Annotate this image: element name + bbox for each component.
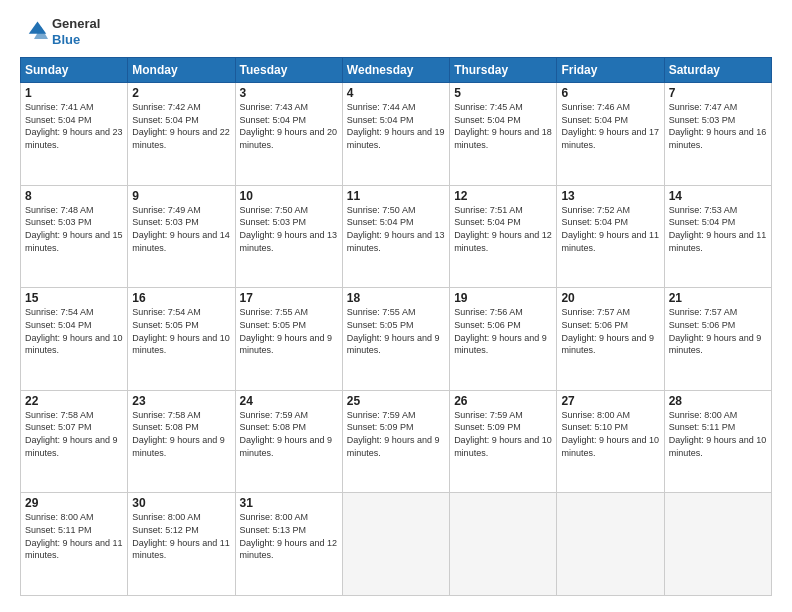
day-number: 16 [132,291,230,305]
logo: General Blue [20,16,100,47]
calendar-cell: 16 Sunrise: 7:54 AM Sunset: 5:05 PM Dayl… [128,288,235,391]
day-number: 29 [25,496,123,510]
calendar-body: 1 Sunrise: 7:41 AM Sunset: 5:04 PM Dayli… [21,83,772,596]
day-info: Sunrise: 7:58 AM Sunset: 5:07 PM Dayligh… [25,409,123,459]
day-info: Sunrise: 8:00 AM Sunset: 5:12 PM Dayligh… [132,511,230,561]
calendar-header-cell: Sunday [21,58,128,83]
day-info: Sunrise: 7:57 AM Sunset: 5:06 PM Dayligh… [669,306,767,356]
calendar-cell: 7 Sunrise: 7:47 AM Sunset: 5:03 PM Dayli… [664,83,771,186]
calendar-cell: 30 Sunrise: 8:00 AM Sunset: 5:12 PM Dayl… [128,493,235,596]
calendar-cell: 17 Sunrise: 7:55 AM Sunset: 5:05 PM Dayl… [235,288,342,391]
calendar-week-row: 8 Sunrise: 7:48 AM Sunset: 5:03 PM Dayli… [21,185,772,288]
calendar-table: SundayMondayTuesdayWednesdayThursdayFrid… [20,57,772,596]
calendar-cell: 20 Sunrise: 7:57 AM Sunset: 5:06 PM Dayl… [557,288,664,391]
day-number: 10 [240,189,338,203]
day-number: 17 [240,291,338,305]
day-info: Sunrise: 7:58 AM Sunset: 5:08 PM Dayligh… [132,409,230,459]
calendar-cell: 2 Sunrise: 7:42 AM Sunset: 5:04 PM Dayli… [128,83,235,186]
day-info: Sunrise: 8:00 AM Sunset: 5:11 PM Dayligh… [25,511,123,561]
day-number: 11 [347,189,445,203]
calendar-cell: 5 Sunrise: 7:45 AM Sunset: 5:04 PM Dayli… [450,83,557,186]
day-number: 19 [454,291,552,305]
calendar-cell: 27 Sunrise: 8:00 AM Sunset: 5:10 PM Dayl… [557,390,664,493]
day-info: Sunrise: 7:50 AM Sunset: 5:03 PM Dayligh… [240,204,338,254]
calendar-header-cell: Tuesday [235,58,342,83]
calendar-week-row: 22 Sunrise: 7:58 AM Sunset: 5:07 PM Dayl… [21,390,772,493]
calendar-cell [664,493,771,596]
day-number: 12 [454,189,552,203]
day-info: Sunrise: 7:43 AM Sunset: 5:04 PM Dayligh… [240,101,338,151]
day-number: 18 [347,291,445,305]
day-info: Sunrise: 7:50 AM Sunset: 5:04 PM Dayligh… [347,204,445,254]
calendar-header-cell: Saturday [664,58,771,83]
calendar-header-row: SundayMondayTuesdayWednesdayThursdayFrid… [21,58,772,83]
day-info: Sunrise: 7:59 AM Sunset: 5:09 PM Dayligh… [454,409,552,459]
day-info: Sunrise: 7:48 AM Sunset: 5:03 PM Dayligh… [25,204,123,254]
calendar-cell: 25 Sunrise: 7:59 AM Sunset: 5:09 PM Dayl… [342,390,449,493]
day-info: Sunrise: 7:44 AM Sunset: 5:04 PM Dayligh… [347,101,445,151]
day-number: 15 [25,291,123,305]
day-info: Sunrise: 7:55 AM Sunset: 5:05 PM Dayligh… [347,306,445,356]
day-info: Sunrise: 7:42 AM Sunset: 5:04 PM Dayligh… [132,101,230,151]
calendar-cell: 3 Sunrise: 7:43 AM Sunset: 5:04 PM Dayli… [235,83,342,186]
calendar-cell: 28 Sunrise: 8:00 AM Sunset: 5:11 PM Dayl… [664,390,771,493]
day-number: 8 [25,189,123,203]
logo-general: General [52,16,100,31]
day-info: Sunrise: 7:59 AM Sunset: 5:09 PM Dayligh… [347,409,445,459]
day-number: 25 [347,394,445,408]
calendar-header-cell: Friday [557,58,664,83]
day-info: Sunrise: 7:55 AM Sunset: 5:05 PM Dayligh… [240,306,338,356]
calendar-cell: 29 Sunrise: 8:00 AM Sunset: 5:11 PM Dayl… [21,493,128,596]
calendar-cell: 14 Sunrise: 7:53 AM Sunset: 5:04 PM Dayl… [664,185,771,288]
day-number: 22 [25,394,123,408]
day-number: 28 [669,394,767,408]
day-info: Sunrise: 7:51 AM Sunset: 5:04 PM Dayligh… [454,204,552,254]
day-info: Sunrise: 7:41 AM Sunset: 5:04 PM Dayligh… [25,101,123,151]
day-number: 14 [669,189,767,203]
day-number: 20 [561,291,659,305]
day-info: Sunrise: 7:49 AM Sunset: 5:03 PM Dayligh… [132,204,230,254]
calendar-cell: 6 Sunrise: 7:46 AM Sunset: 5:04 PM Dayli… [557,83,664,186]
day-number: 31 [240,496,338,510]
day-info: Sunrise: 7:56 AM Sunset: 5:06 PM Dayligh… [454,306,552,356]
day-info: Sunrise: 7:54 AM Sunset: 5:04 PM Dayligh… [25,306,123,356]
logo-icon [20,18,48,46]
calendar-cell: 18 Sunrise: 7:55 AM Sunset: 5:05 PM Dayl… [342,288,449,391]
calendar-cell: 13 Sunrise: 7:52 AM Sunset: 5:04 PM Dayl… [557,185,664,288]
day-number: 3 [240,86,338,100]
calendar-cell: 11 Sunrise: 7:50 AM Sunset: 5:04 PM Dayl… [342,185,449,288]
day-info: Sunrise: 7:59 AM Sunset: 5:08 PM Dayligh… [240,409,338,459]
day-info: Sunrise: 7:47 AM Sunset: 5:03 PM Dayligh… [669,101,767,151]
day-info: Sunrise: 8:00 AM Sunset: 5:13 PM Dayligh… [240,511,338,561]
calendar-cell: 1 Sunrise: 7:41 AM Sunset: 5:04 PM Dayli… [21,83,128,186]
calendar-cell [557,493,664,596]
calendar-cell: 31 Sunrise: 8:00 AM Sunset: 5:13 PM Dayl… [235,493,342,596]
day-number: 1 [25,86,123,100]
calendar-header-cell: Thursday [450,58,557,83]
day-info: Sunrise: 7:52 AM Sunset: 5:04 PM Dayligh… [561,204,659,254]
day-number: 27 [561,394,659,408]
page: General Blue SundayMondayTuesdayWednesda… [0,0,792,612]
day-info: Sunrise: 7:53 AM Sunset: 5:04 PM Dayligh… [669,204,767,254]
logo-text: General Blue [52,16,100,47]
calendar-header-cell: Wednesday [342,58,449,83]
day-number: 2 [132,86,230,100]
calendar-cell: 10 Sunrise: 7:50 AM Sunset: 5:03 PM Dayl… [235,185,342,288]
calendar-cell [342,493,449,596]
day-info: Sunrise: 7:57 AM Sunset: 5:06 PM Dayligh… [561,306,659,356]
header: General Blue [20,16,772,47]
calendar-cell: 9 Sunrise: 7:49 AM Sunset: 5:03 PM Dayli… [128,185,235,288]
calendar-header-cell: Monday [128,58,235,83]
calendar-cell: 22 Sunrise: 7:58 AM Sunset: 5:07 PM Dayl… [21,390,128,493]
logo-blue: Blue [52,32,80,47]
calendar-cell [450,493,557,596]
day-info: Sunrise: 7:45 AM Sunset: 5:04 PM Dayligh… [454,101,552,151]
calendar-cell: 19 Sunrise: 7:56 AM Sunset: 5:06 PM Dayl… [450,288,557,391]
day-number: 30 [132,496,230,510]
day-number: 21 [669,291,767,305]
calendar-cell: 15 Sunrise: 7:54 AM Sunset: 5:04 PM Dayl… [21,288,128,391]
day-number: 13 [561,189,659,203]
calendar-cell: 21 Sunrise: 7:57 AM Sunset: 5:06 PM Dayl… [664,288,771,391]
day-info: Sunrise: 7:54 AM Sunset: 5:05 PM Dayligh… [132,306,230,356]
calendar-week-row: 15 Sunrise: 7:54 AM Sunset: 5:04 PM Dayl… [21,288,772,391]
